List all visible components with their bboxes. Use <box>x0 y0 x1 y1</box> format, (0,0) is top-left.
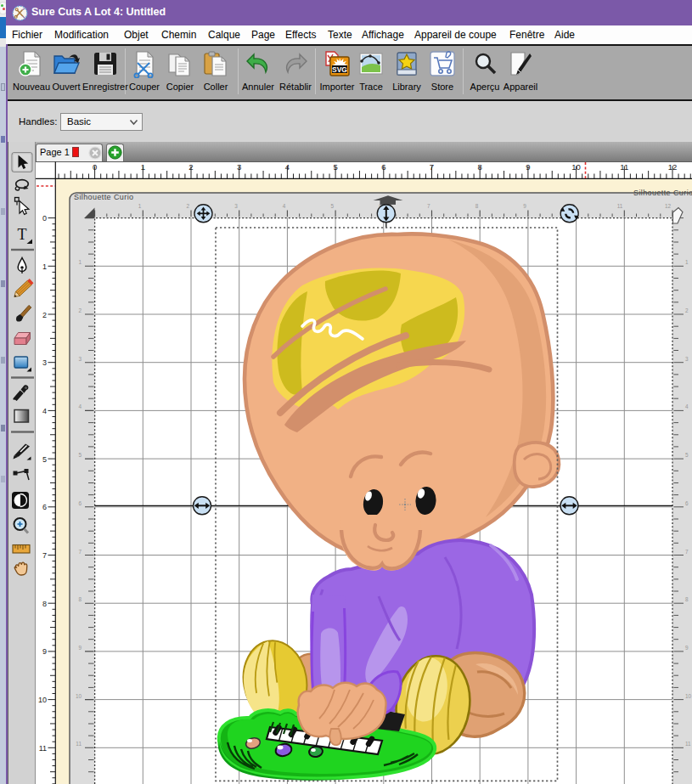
svg-text:4: 4 <box>78 403 82 409</box>
svg-text:1: 1 <box>78 259 82 265</box>
svg-text:9: 9 <box>42 647 47 656</box>
svg-text:5: 5 <box>331 203 335 209</box>
svg-text:1: 1 <box>141 162 145 172</box>
svg-text:5: 5 <box>78 452 82 458</box>
svg-text:1: 1 <box>42 262 47 271</box>
svg-text:11: 11 <box>617 203 623 209</box>
svg-text:6: 6 <box>685 500 689 506</box>
svg-text:4: 4 <box>285 162 290 172</box>
svg-text:4: 4 <box>283 203 286 209</box>
svg-text:12: 12 <box>668 162 678 172</box>
svg-text:SVG: SVG <box>332 65 347 74</box>
svg-text:2: 2 <box>78 307 82 313</box>
svg-text:7: 7 <box>430 162 434 172</box>
svg-text:2: 2 <box>188 162 193 172</box>
svg-text:8: 8 <box>685 596 689 602</box>
svg-text:0: 0 <box>42 214 47 223</box>
svg-text:7: 7 <box>427 203 430 209</box>
svg-text:3: 3 <box>234 203 238 209</box>
svg-text:11: 11 <box>620 162 628 172</box>
svg-text:11: 11 <box>685 741 691 747</box>
svg-text:10: 10 <box>571 162 581 172</box>
svg-text:5: 5 <box>333 162 337 172</box>
svg-text:0: 0 <box>93 162 97 172</box>
svg-text:T: T <box>18 226 27 243</box>
svg-text:3: 3 <box>78 356 82 362</box>
svg-text:2: 2 <box>685 307 689 313</box>
svg-text:3: 3 <box>685 356 689 362</box>
svg-text:2: 2 <box>42 311 47 319</box>
svg-text:12: 12 <box>665 203 672 209</box>
svg-text:9: 9 <box>685 645 689 651</box>
svg-text:6: 6 <box>381 162 385 172</box>
svg-text:6: 6 <box>78 500 82 506</box>
svg-text:8: 8 <box>478 162 482 172</box>
svg-text:8: 8 <box>42 600 47 608</box>
svg-text:2: 2 <box>186 203 189 209</box>
svg-text:9: 9 <box>526 162 530 172</box>
svg-text:1: 1 <box>138 203 142 209</box>
svg-text:5: 5 <box>685 452 689 458</box>
svg-text:8: 8 <box>475 203 479 209</box>
svg-text:3: 3 <box>237 162 241 172</box>
svg-text:7: 7 <box>78 549 82 555</box>
svg-text:7: 7 <box>42 551 47 560</box>
svg-text:Silhouette Curio: Silhouette Curio <box>633 189 692 197</box>
svg-text:4: 4 <box>42 407 47 415</box>
svg-text:10: 10 <box>38 696 47 704</box>
svg-text:7: 7 <box>685 549 689 555</box>
svg-text:11: 11 <box>76 741 82 747</box>
svg-text:5: 5 <box>42 455 47 464</box>
svg-text:9: 9 <box>78 645 82 651</box>
svg-text:11: 11 <box>39 744 47 753</box>
svg-text:9: 9 <box>523 203 526 209</box>
svg-text:3: 3 <box>42 358 47 367</box>
svg-text:10: 10 <box>76 693 82 699</box>
svg-text:10: 10 <box>685 693 692 699</box>
svg-text:4: 4 <box>685 403 689 409</box>
svg-text:Silhouette Curio: Silhouette Curio <box>74 193 133 201</box>
svg-text:8: 8 <box>78 596 82 602</box>
svg-text:1: 1 <box>685 259 689 265</box>
svg-text:6: 6 <box>42 503 47 511</box>
